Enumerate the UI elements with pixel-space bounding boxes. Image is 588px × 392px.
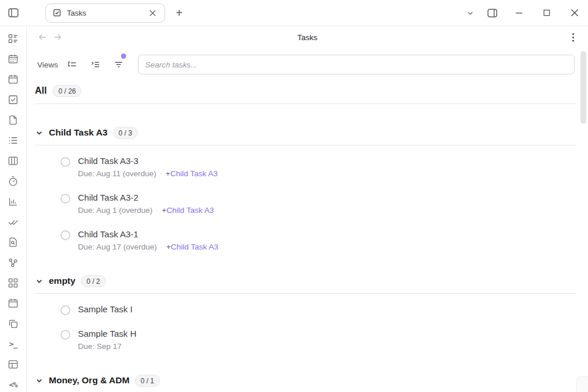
toolbar: Views: [35, 55, 575, 74]
chevron-down-icon: [35, 277, 44, 286]
copy-pages-icon[interactable]: [7, 318, 20, 329]
task-title[interactable]: Child Task A3-2: [78, 192, 214, 204]
group-header-empty[interactable]: empty 0 / 2: [27, 273, 588, 288]
overview-icon[interactable]: [7, 33, 20, 44]
task-group: empty 0 / 2 Sample Task I Sample Task H …: [27, 273, 588, 352]
minimize-button[interactable]: [509, 0, 529, 26]
tree-view-icon[interactable]: [60, 55, 84, 74]
task-meta: Due: Aug 17 (overdue) · +Child Task A3: [78, 241, 218, 252]
views-button[interactable]: Views: [35, 55, 60, 74]
tasks-check-icon: [52, 8, 62, 17]
summary-label: All: [35, 85, 47, 96]
task-group: Child Task A3 0 / 3 Child Task A3-3 Due:…: [27, 125, 588, 252]
task-due: Due: Aug 17 (overdue): [78, 241, 157, 252]
parent-task-tag[interactable]: Child Task A3: [170, 168, 218, 179]
sidebar-right-toggle-icon[interactable]: [482, 0, 502, 26]
graph-nodes-icon[interactable]: [7, 257, 20, 268]
content-header: Tasks: [27, 26, 588, 48]
filter-active-dot: [121, 54, 126, 59]
task-checkbox[interactable]: [60, 330, 70, 340]
task-checkbox[interactable]: [60, 230, 70, 240]
tab-tasks[interactable]: Tasks: [45, 3, 165, 23]
group-title: Money, Org & ADM: [49, 375, 130, 386]
planner-icon[interactable]: [7, 74, 20, 85]
task-row: Sample Task H Due: Sep 17: [60, 328, 588, 352]
group-count-badge: 0 / 3: [113, 127, 138, 139]
template-icon[interactable]: <%: [7, 379, 20, 390]
list-view-icon[interactable]: [7, 135, 20, 146]
app-sidebar: >_ <%: [0, 26, 27, 392]
group-title: empty: [49, 276, 76, 286]
file-search-icon[interactable]: [7, 237, 20, 248]
tab-label: Tasks: [67, 9, 141, 17]
group-header-money-org-adm[interactable]: Money, Org & ADM 0 / 1: [27, 373, 588, 388]
task-due: Due: Aug 1 (overdue): [78, 205, 152, 216]
task-checkbox[interactable]: [60, 194, 70, 204]
task-checkbox[interactable]: [60, 157, 70, 167]
task-due: Due: Aug 11 (overdue): [78, 168, 156, 179]
forward-icon[interactable]: [50, 30, 65, 45]
group-count-badge: 0 / 1: [135, 375, 160, 387]
calendar-schedule-icon[interactable]: [7, 54, 20, 65]
group-header-child-task-a3[interactable]: Child Task A3 0 / 3: [27, 125, 588, 140]
close-button[interactable]: [565, 0, 585, 26]
divider: [35, 293, 576, 294]
divider: [35, 145, 576, 145]
back-icon[interactable]: [35, 30, 50, 45]
task-meta: Due: Aug 1 (overdue) · +Child Task A3: [78, 205, 214, 216]
layout-table-icon[interactable]: [7, 359, 20, 370]
notes-icon[interactable]: [7, 115, 20, 126]
maximize-button[interactable]: [537, 0, 557, 26]
titlebar: Tasks +: [0, 0, 588, 26]
task-row: Child Task A3-2 Due: Aug 1 (overdue) · +…: [60, 192, 588, 216]
task-title[interactable]: Child Task A3-3: [78, 155, 218, 167]
parent-plus: +: [162, 205, 166, 216]
new-tab-button[interactable]: +: [170, 4, 188, 22]
main-content: Tasks Views All 0 / 26 Child Task A3 0 /: [27, 26, 588, 392]
task-meta: Due: Aug 11 (overdue) · +Child Task A3: [78, 168, 218, 179]
task-group: Money, Org & ADM 0 / 1: [27, 373, 588, 388]
tasks-icon[interactable]: [7, 94, 20, 105]
meta-separator: ·: [161, 241, 163, 252]
corner-widget: [576, 376, 588, 392]
task-meta: Due: Sep 17: [78, 341, 137, 352]
tab-dropdown-chevron-icon[interactable]: [460, 0, 480, 26]
task-title[interactable]: Sample Task H: [78, 328, 137, 340]
widgets-icon[interactable]: [7, 277, 20, 288]
scrollbar[interactable]: [580, 51, 586, 124]
done-double-check-icon[interactable]: [7, 216, 20, 227]
collapse-list-icon[interactable]: [84, 55, 107, 74]
parent-task-tag[interactable]: Child Task A3: [171, 241, 219, 252]
kebab-menu-icon[interactable]: [566, 30, 580, 44]
page-title: Tasks: [27, 33, 588, 42]
meta-separator: ·: [160, 168, 162, 179]
task-title[interactable]: Sample Task I: [78, 304, 133, 315]
task-title[interactable]: Child Task A3-1: [78, 229, 218, 240]
window-controls: [460, 0, 588, 26]
statistics-icon[interactable]: [7, 196, 20, 207]
divider: [35, 104, 576, 104]
parent-plus: +: [166, 241, 171, 252]
chevron-down-icon: [35, 129, 44, 137]
task-due: Due: Sep 17: [78, 341, 122, 352]
chevron-down-icon: [35, 376, 44, 385]
board-columns-icon[interactable]: [7, 155, 20, 166]
meta-separator: ·: [156, 205, 158, 216]
group-count-badge: 0 / 2: [81, 275, 106, 287]
search-input[interactable]: [138, 55, 575, 74]
parent-plus: +: [166, 168, 170, 179]
group-title: Child Task A3: [49, 127, 108, 138]
filter-icon[interactable]: [107, 55, 130, 74]
summary-count-badge: 0 / 26: [52, 85, 81, 97]
task-row: Sample Task I: [60, 304, 588, 315]
calendar-icon[interactable]: [7, 298, 20, 309]
task-row: Child Task A3-3 Due: Aug 11 (overdue) · …: [60, 155, 588, 179]
sidebar-left-toggle-icon[interactable]: [5, 5, 22, 21]
tab-close-icon[interactable]: [147, 7, 158, 19]
task-checkbox[interactable]: [60, 305, 70, 315]
task-row: Child Task A3-1 Due: Aug 17 (overdue) · …: [60, 229, 588, 252]
summary-row: All 0 / 26: [35, 83, 580, 98]
terminal-icon[interactable]: >_: [7, 338, 20, 350]
parent-task-tag[interactable]: Child Task A3: [166, 205, 214, 216]
timer-icon[interactable]: [7, 176, 20, 187]
